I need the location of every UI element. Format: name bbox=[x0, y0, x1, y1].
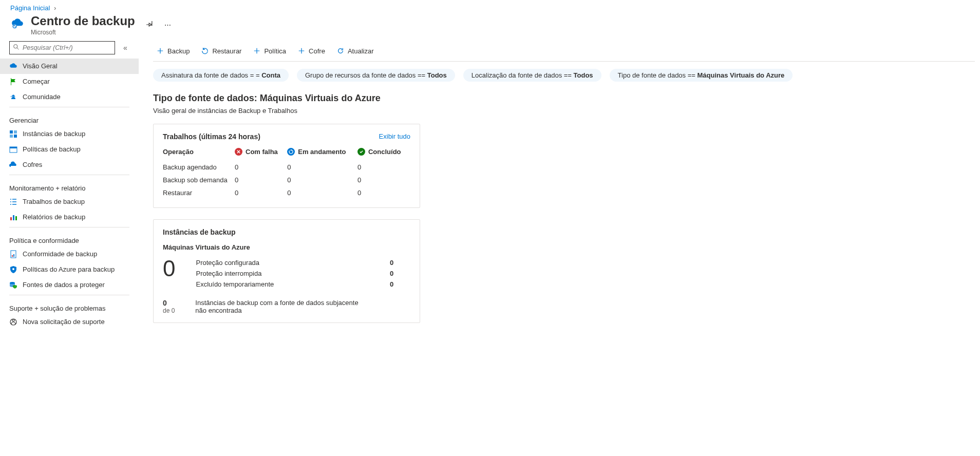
svg-point-1 bbox=[14, 44, 17, 48]
sidebar-group-label: Suporte + solução de problemas bbox=[0, 297, 139, 314]
pin-icon[interactable] bbox=[145, 20, 156, 30]
instances-footer-msg: Instâncias de backup com a fonte de dado… bbox=[195, 299, 370, 314]
sidebar-item-conformidade-de-backup[interactable]: Conformidade de backup bbox=[0, 246, 139, 262]
undo-icon bbox=[201, 47, 209, 55]
sidebar-item-comunidade[interactable]: Comunidade bbox=[0, 89, 139, 105]
cmd-refresh[interactable]: Atualizar bbox=[333, 41, 377, 61]
stat-value: 0 bbox=[390, 259, 410, 267]
sidebar-item-pol-ticas-do-azure-para-backup[interactable]: Políticas do Azure para backup bbox=[0, 262, 139, 277]
command-bar: Backup Restaurar Política Cofre Atualiza… bbox=[153, 41, 975, 62]
instances-card: Instâncias de backup Máquinas Virtuais d… bbox=[153, 219, 420, 323]
stat-label: Proteção configurada bbox=[196, 259, 259, 267]
col-failed: Com falha bbox=[235, 146, 287, 161]
job-done: 0 bbox=[357, 161, 410, 174]
col-done: Concluído bbox=[357, 146, 410, 161]
jobs-view-all-link[interactable]: Exibir tudo bbox=[379, 132, 410, 140]
more-icon[interactable]: ⋯ bbox=[163, 20, 173, 30]
instances-total: 0 bbox=[163, 257, 175, 280]
sidebar-item-label: Fontes de dados a proteger bbox=[23, 281, 105, 289]
cmd-restore[interactable]: Restaurar bbox=[198, 41, 244, 61]
job-failed: 0 bbox=[235, 174, 287, 186]
cmd-vault-label: Cofre bbox=[309, 47, 325, 55]
filter-pill[interactable]: Localização da fonte de dados == Todos bbox=[463, 69, 601, 82]
instance-stat-row: Excluído temporariamente0 bbox=[196, 279, 410, 290]
done-icon bbox=[357, 148, 365, 156]
sidebar-item-relat-rios-de-backup[interactable]: Relatórios de backup bbox=[0, 210, 139, 225]
sidebar-item-label: Relatórios de backup bbox=[23, 213, 85, 221]
plus-icon bbox=[156, 47, 164, 55]
cmd-refresh-label: Atualizar bbox=[348, 47, 374, 55]
col-done-label: Concluído bbox=[368, 148, 401, 156]
cmd-policy-label: Política bbox=[264, 47, 286, 55]
svg-rect-15 bbox=[13, 254, 14, 257]
cmd-vault[interactable]: Cofre bbox=[294, 41, 328, 61]
sidebar-item-fontes-de-dados-a-proteger[interactable]: Fontes de dados a proteger bbox=[0, 277, 139, 293]
svg-rect-4 bbox=[10, 130, 13, 134]
vault-icon bbox=[9, 161, 17, 169]
grid-blue-icon bbox=[9, 130, 17, 138]
sidebar-item-label: Instâncias de backup bbox=[23, 130, 85, 138]
col-inprogress-label: Em andamento bbox=[298, 148, 346, 156]
page-title: Centro de backup bbox=[31, 14, 135, 29]
cmd-backup-label: Backup bbox=[167, 47, 190, 55]
instances-footer-count: 0 bbox=[163, 299, 175, 307]
job-done: 0 bbox=[357, 174, 410, 186]
filter-row: Assinatura da fonte de dados = = ContaGr… bbox=[153, 69, 975, 82]
sidebar-item-cofres[interactable]: Cofres bbox=[0, 157, 139, 173]
calendar-icon bbox=[9, 145, 17, 154]
list-check-icon bbox=[9, 198, 17, 206]
sidebar-item-começar[interactable]: Começar bbox=[0, 74, 139, 89]
svg-rect-14 bbox=[12, 255, 13, 257]
search-input[interactable] bbox=[23, 44, 111, 51]
job-failed: 0 bbox=[235, 161, 287, 174]
sidebar-item-label: Nova solicitação de suporte bbox=[23, 318, 105, 326]
stat-label: Excluído temporariamente bbox=[196, 280, 274, 288]
stat-value: 0 bbox=[390, 270, 410, 277]
sidebar-item-inst-ncias-de-backup[interactable]: Instâncias de backup bbox=[0, 126, 139, 142]
filter-label: Tipo de fonte de dados == bbox=[618, 71, 698, 79]
sidebar-item-label: Conformidade de backup bbox=[23, 250, 97, 258]
filter-value: Todos bbox=[427, 71, 447, 79]
breadcrumb: Página Inicial › bbox=[10, 4, 970, 12]
breadcrumb-home[interactable]: Página Inicial bbox=[10, 4, 50, 12]
svg-rect-6 bbox=[10, 135, 13, 138]
job-op: Restaurar bbox=[163, 186, 235, 199]
sidebar-item-label: Visão Geral bbox=[23, 62, 58, 70]
filter-value: Conta bbox=[261, 71, 280, 79]
backup-center-icon bbox=[10, 17, 25, 32]
sidebar-item-label: Políticas do Azure para backup bbox=[23, 265, 115, 273]
svg-rect-7 bbox=[14, 135, 17, 138]
sidebar-item-trabalhos-de-backup[interactable]: Trabalhos de backup bbox=[0, 194, 139, 210]
failed-icon bbox=[235, 148, 242, 156]
jobs-card-title: Trabalhos (últimas 24 horas) bbox=[163, 132, 260, 141]
filter-pill[interactable]: Grupo de recursos da fonte de dados == T… bbox=[297, 69, 455, 82]
filter-pill[interactable]: Tipo de fonte de dados == Máquinas Virtu… bbox=[610, 69, 793, 82]
filter-pill[interactable]: Assinatura da fonte de dados = = Conta bbox=[153, 69, 289, 82]
inprogress-icon bbox=[287, 148, 295, 156]
job-done: 0 bbox=[357, 186, 410, 199]
sidebar-item-visão-geral[interactable]: Visão Geral bbox=[0, 59, 139, 74]
cmd-backup[interactable]: Backup bbox=[153, 41, 193, 61]
sidebar-item-label: Cofres bbox=[23, 161, 42, 168]
cloud-backup-icon bbox=[9, 62, 17, 70]
svg-point-16 bbox=[12, 268, 14, 270]
col-operation: Operação bbox=[163, 146, 235, 161]
stat-label: Proteção interrompida bbox=[196, 270, 261, 277]
sidebar-item-nova-solicita-o-de-suporte[interactable]: Nova solicitação de suporte bbox=[0, 314, 139, 330]
instances-footer-count-sub: de 0 bbox=[163, 307, 175, 314]
sidebar-item-label: Comunidade bbox=[23, 93, 61, 101]
page-subtitle: Microsoft bbox=[31, 29, 135, 36]
instance-stat-row: Proteção configurada0 bbox=[196, 257, 410, 268]
cmd-policy[interactable]: Política bbox=[250, 41, 289, 61]
search-input-wrapper[interactable] bbox=[9, 41, 115, 54]
filter-label: Assinatura da fonte de dados = = bbox=[161, 71, 261, 79]
svg-point-19 bbox=[12, 319, 14, 321]
support-icon bbox=[9, 318, 17, 326]
collapse-sidebar-icon[interactable]: « bbox=[119, 44, 131, 52]
col-failed-label: Com falha bbox=[246, 148, 278, 156]
job-failed: 0 bbox=[235, 186, 287, 199]
search-icon bbox=[13, 44, 20, 52]
sidebar-item-pol-ticas-de-backup[interactable]: Políticas de backup bbox=[0, 142, 139, 157]
table-row: Restaurar000 bbox=[163, 186, 410, 199]
jobs-card: Trabalhos (últimas 24 horas) Exibir tudo… bbox=[153, 124, 420, 208]
